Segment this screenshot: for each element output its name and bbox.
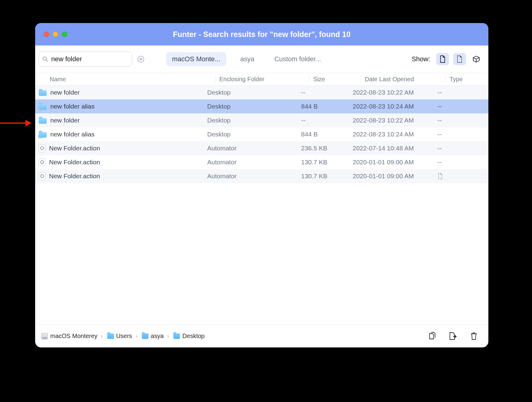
cell-type: -- bbox=[437, 131, 471, 138]
show-hidden-toggle[interactable] bbox=[453, 53, 466, 65]
table-row[interactable]: ↗new folder aliasDesktop844 B2022-08-23 … bbox=[35, 127, 488, 141]
search-input[interactable] bbox=[51, 55, 135, 63]
action-file-icon bbox=[39, 172, 45, 180]
cell-type: -- bbox=[437, 89, 471, 96]
path-label: macOS Monterey bbox=[50, 333, 98, 340]
svg-line-1 bbox=[46, 60, 48, 62]
cell-size: 130.7 KB bbox=[301, 173, 353, 180]
show-packages-toggle[interactable] bbox=[470, 53, 482, 65]
folder-icon bbox=[39, 89, 47, 96]
close-window-button[interactable] bbox=[44, 32, 49, 37]
scope-tab-custom[interactable]: Custom folder... bbox=[268, 52, 327, 66]
clear-icon bbox=[138, 56, 144, 62]
cell-name: new folder bbox=[38, 89, 207, 96]
folder-alias-icon: ↗ bbox=[39, 131, 47, 138]
cell-type bbox=[437, 173, 471, 179]
annotation-arrow bbox=[0, 120, 32, 126]
window-controls bbox=[44, 32, 67, 37]
path-segment-users[interactable]: Users › bbox=[107, 333, 139, 340]
folder-icon bbox=[107, 333, 114, 339]
hidden-file-icon bbox=[456, 55, 463, 63]
table-row[interactable]: new folderDesktop--2022-08-23 10:22 AM-- bbox=[35, 85, 488, 99]
cell-enclosing: Desktop bbox=[207, 103, 301, 110]
cell-name: new folder bbox=[38, 117, 207, 124]
col-type[interactable]: Type bbox=[448, 73, 482, 85]
col-date[interactable]: Date Last Opened bbox=[364, 73, 448, 85]
results-table: Name Enclosing Folder Size Date Last Ope… bbox=[35, 73, 488, 324]
chevron-right-icon: › bbox=[167, 333, 169, 339]
cell-date: 2022-08-23 10:24 AM bbox=[353, 103, 437, 110]
cell-date: 2022-07-14 10:48 AM bbox=[353, 145, 437, 152]
cell-enclosing: Desktop bbox=[207, 117, 301, 124]
cell-date: 2020-01-01 09:00 AM bbox=[353, 159, 437, 166]
cell-enclosing: Automator bbox=[207, 173, 301, 180]
path-segment-desktop[interactable]: Desktop bbox=[173, 333, 204, 340]
scope-tab-macos[interactable]: macOS Monte... bbox=[166, 52, 226, 66]
cell-name: New Folder.action bbox=[38, 158, 207, 166]
file-name: new folder bbox=[50, 117, 80, 124]
copy-button[interactable] bbox=[427, 330, 439, 342]
table-row[interactable]: New Folder.actionAutomator130.7 KB2020-0… bbox=[35, 155, 488, 169]
file-name: New Folder.action bbox=[49, 173, 100, 180]
scope-tabs: macOS Monte... asya Custom folder... bbox=[166, 52, 327, 66]
path-label: Users bbox=[116, 333, 132, 340]
action-file-icon bbox=[39, 158, 45, 166]
col-size[interactable]: Size bbox=[312, 73, 364, 85]
copy-icon bbox=[429, 332, 437, 341]
file-icon bbox=[439, 55, 446, 63]
cell-size: 844 B bbox=[301, 131, 353, 138]
cell-size: 844 B bbox=[301, 103, 353, 110]
footer-actions bbox=[427, 330, 480, 342]
trash-icon bbox=[470, 332, 477, 340]
folder-icon bbox=[39, 117, 47, 124]
cell-date: 2022-08-23 10:22 AM bbox=[353, 89, 437, 96]
cell-size: -- bbox=[301, 117, 353, 124]
cell-name: New Folder.action bbox=[38, 144, 207, 152]
cell-enclosing: Automator bbox=[207, 145, 301, 152]
titlebar[interactable]: Funter - Search results for "new folder"… bbox=[35, 23, 488, 45]
table-row[interactable]: new folderDesktop--2022-08-23 10:22 AM-- bbox=[35, 113, 488, 127]
search-icon bbox=[42, 56, 48, 62]
disk-icon bbox=[41, 333, 48, 340]
show-label: Show: bbox=[412, 55, 430, 63]
table-row[interactable]: New Folder.actionAutomator130.7 KB2020-0… bbox=[35, 169, 488, 183]
file-name: new folder bbox=[50, 89, 80, 96]
zoom-window-button[interactable] bbox=[62, 32, 67, 37]
col-name[interactable]: Name bbox=[48, 73, 218, 85]
search-field[interactable] bbox=[39, 52, 132, 67]
show-visible-toggle[interactable] bbox=[436, 53, 449, 65]
cell-name: ↗new folder alias bbox=[38, 131, 207, 138]
svg-point-0 bbox=[43, 57, 47, 61]
cell-size: 130.7 KB bbox=[301, 159, 353, 166]
table-header[interactable]: Name Enclosing Folder Size Date Last Ope… bbox=[35, 73, 488, 85]
toolbar-right-group: Show: bbox=[412, 53, 482, 65]
trash-button[interactable] bbox=[468, 330, 480, 342]
table-row[interactable]: New Folder.actionAutomator236.5 KB2022-0… bbox=[35, 141, 488, 155]
action-file-icon bbox=[39, 144, 45, 152]
col-enclosing[interactable]: Enclosing Folder bbox=[218, 73, 312, 85]
path-label: asya bbox=[151, 333, 164, 340]
folder-icon bbox=[173, 333, 180, 339]
cell-date: 2022-08-23 10:22 AM bbox=[353, 117, 437, 124]
package-icon bbox=[472, 55, 480, 63]
app-window: Funter - Search results for "new folder"… bbox=[35, 23, 488, 347]
cell-type: -- bbox=[437, 103, 471, 110]
hidden-file-icon bbox=[437, 173, 443, 179]
window-title: Funter - Search results for "new folder"… bbox=[35, 30, 488, 39]
table-row[interactable]: ↗new folder aliasDesktop844 B2022-08-23 … bbox=[35, 99, 488, 113]
file-name: new folder alias bbox=[50, 103, 95, 110]
minimize-window-button[interactable] bbox=[53, 32, 58, 37]
chevron-right-icon: › bbox=[101, 333, 103, 339]
scope-tab-user[interactable]: asya bbox=[234, 52, 260, 66]
clear-search-button[interactable] bbox=[138, 55, 144, 63]
chevron-right-icon: › bbox=[136, 333, 138, 339]
toolbar: macOS Monte... asya Custom folder... Sho… bbox=[35, 45, 488, 73]
path-segment-user[interactable]: asya › bbox=[142, 333, 170, 340]
file-name: New Folder.action bbox=[49, 159, 100, 166]
cell-enclosing: Desktop bbox=[207, 131, 301, 138]
table-body: new folderDesktop--2022-08-23 10:22 AM--… bbox=[35, 85, 488, 183]
move-button[interactable] bbox=[447, 330, 459, 342]
move-icon bbox=[449, 332, 457, 341]
path-segment-root[interactable]: macOS Monterey › bbox=[41, 333, 104, 340]
path-bar: macOS Monterey › Users › asya › Desktop bbox=[35, 324, 488, 347]
